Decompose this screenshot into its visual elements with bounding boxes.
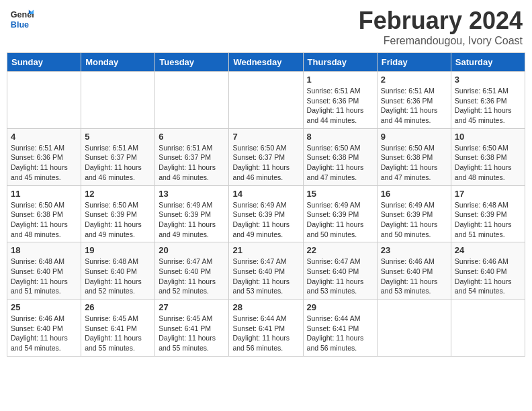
day-info: Sunrise: 6:49 AMSunset: 6:39 PMDaylight:…: [159, 200, 225, 240]
day-number: 13: [159, 189, 225, 199]
day-info: Sunrise: 6:51 AMSunset: 6:36 PMDaylight:…: [307, 86, 373, 126]
day-info: Sunrise: 6:47 AMSunset: 6:40 PMDaylight:…: [159, 257, 225, 296]
day-info: Sunrise: 6:51 AMSunset: 6:36 PMDaylight:…: [11, 143, 77, 183]
day-info: Sunrise: 6:49 AMSunset: 6:39 PMDaylight:…: [381, 200, 447, 240]
day-info: Sunrise: 6:51 AMSunset: 6:36 PMDaylight:…: [455, 86, 521, 126]
day-info: Sunrise: 6:47 AMSunset: 6:40 PMDaylight:…: [307, 257, 373, 296]
day-number: 26: [85, 302, 151, 312]
day-number: 3: [455, 75, 521, 85]
day-number: 6: [159, 132, 225, 142]
day-number: 11: [11, 189, 77, 199]
weekday-header-sunday: Sunday: [7, 53, 81, 72]
day-info: Sunrise: 6:45 AMSunset: 6:41 PMDaylight:…: [85, 314, 151, 353]
calendar-cell: 21Sunrise: 6:47 AMSunset: 6:40 PMDayligh…: [229, 242, 303, 300]
calendar-cell: 16Sunrise: 6:49 AMSunset: 6:39 PMDayligh…: [377, 185, 451, 242]
weekday-header-thursday: Thursday: [303, 53, 377, 72]
calendar-week-3: 11Sunrise: 6:50 AMSunset: 6:38 PMDayligh…: [7, 185, 525, 242]
calendar-cell: 23Sunrise: 6:46 AMSunset: 6:40 PMDayligh…: [377, 242, 451, 300]
title-area: February 2024 Feremandougou, Ivory Coast: [359, 7, 523, 47]
calendar-week-2: 4Sunrise: 6:51 AMSunset: 6:36 PMDaylight…: [7, 128, 525, 185]
calendar-week-1: 1Sunrise: 6:51 AMSunset: 6:36 PMDaylight…: [7, 72, 525, 129]
weekday-header-row: SundayMondayTuesdayWednesdayThursdayFrid…: [7, 53, 525, 72]
day-number: 29: [307, 302, 373, 312]
day-info: Sunrise: 6:50 AMSunset: 6:37 PMDaylight:…: [232, 143, 299, 183]
day-number: 19: [85, 245, 151, 255]
calendar-cell: 29Sunrise: 6:44 AMSunset: 6:41 PMDayligh…: [303, 300, 377, 357]
calendar-cell: 1Sunrise: 6:51 AMSunset: 6:36 PMDaylight…: [303, 72, 377, 129]
weekday-header-monday: Monday: [81, 53, 155, 72]
calendar-cell: 8Sunrise: 6:50 AMSunset: 6:38 PMDaylight…: [303, 128, 377, 185]
location-title: Feremandougou, Ivory Coast: [359, 35, 523, 47]
day-number: 23: [381, 245, 447, 255]
day-number: 22: [307, 245, 373, 255]
day-number: 15: [307, 189, 373, 199]
day-info: Sunrise: 6:46 AMSunset: 6:40 PMDaylight:…: [381, 257, 447, 296]
calendar-cell: 26Sunrise: 6:45 AMSunset: 6:41 PMDayligh…: [81, 300, 155, 357]
calendar-cell: 9Sunrise: 6:50 AMSunset: 6:38 PMDaylight…: [377, 128, 451, 185]
day-number: 14: [232, 189, 299, 199]
calendar-cell: 20Sunrise: 6:47 AMSunset: 6:40 PMDayligh…: [155, 242, 229, 300]
calendar-cell: 7Sunrise: 6:50 AMSunset: 6:37 PMDaylight…: [229, 128, 303, 185]
day-info: Sunrise: 6:49 AMSunset: 6:39 PMDaylight:…: [232, 200, 299, 240]
day-number: 8: [307, 132, 373, 142]
calendar-cell: 4Sunrise: 6:51 AMSunset: 6:36 PMDaylight…: [7, 128, 81, 185]
calendar-cell: 14Sunrise: 6:49 AMSunset: 6:39 PMDayligh…: [229, 185, 303, 242]
weekday-header-saturday: Saturday: [451, 53, 525, 72]
calendar-cell: 15Sunrise: 6:49 AMSunset: 6:39 PMDayligh…: [303, 185, 377, 242]
day-info: Sunrise: 6:51 AMSunset: 6:36 PMDaylight:…: [381, 86, 447, 126]
day-info: Sunrise: 6:44 AMSunset: 6:41 PMDaylight:…: [307, 314, 373, 353]
calendar-cell: [229, 72, 303, 129]
calendar-cell: 22Sunrise: 6:47 AMSunset: 6:40 PMDayligh…: [303, 242, 377, 300]
calendar-cell: 25Sunrise: 6:46 AMSunset: 6:40 PMDayligh…: [7, 300, 81, 357]
calendar-cell: 28Sunrise: 6:44 AMSunset: 6:41 PMDayligh…: [229, 300, 303, 357]
calendar-week-4: 18Sunrise: 6:48 AMSunset: 6:40 PMDayligh…: [7, 242, 525, 300]
day-number: 20: [159, 245, 225, 255]
day-info: Sunrise: 6:50 AMSunset: 6:38 PMDaylight:…: [307, 143, 373, 183]
day-number: 27: [159, 302, 225, 312]
day-number: 7: [232, 132, 299, 142]
calendar-cell: [451, 300, 525, 357]
day-info: Sunrise: 6:46 AMSunset: 6:40 PMDaylight:…: [455, 257, 521, 296]
calendar-cell: 10Sunrise: 6:50 AMSunset: 6:38 PMDayligh…: [451, 128, 525, 185]
calendar-cell: 13Sunrise: 6:49 AMSunset: 6:39 PMDayligh…: [155, 185, 229, 242]
weekday-header-friday: Friday: [377, 53, 451, 72]
day-number: 4: [11, 132, 77, 142]
calendar-cell: 6Sunrise: 6:51 AMSunset: 6:37 PMDaylight…: [155, 128, 229, 185]
calendar-cell: 11Sunrise: 6:50 AMSunset: 6:38 PMDayligh…: [7, 185, 81, 242]
day-info: Sunrise: 6:50 AMSunset: 6:38 PMDaylight:…: [381, 143, 447, 183]
day-info: Sunrise: 6:48 AMSunset: 6:39 PMDaylight:…: [455, 200, 521, 240]
calendar-week-5: 25Sunrise: 6:46 AMSunset: 6:40 PMDayligh…: [7, 300, 525, 357]
day-info: Sunrise: 6:48 AMSunset: 6:40 PMDaylight:…: [11, 257, 77, 296]
day-number: 21: [232, 245, 299, 255]
day-number: 17: [455, 189, 521, 199]
logo: General Blue: [9, 7, 34, 31]
calendar-cell: [7, 72, 81, 129]
day-info: Sunrise: 6:46 AMSunset: 6:40 PMDaylight:…: [11, 314, 77, 353]
day-number: 2: [381, 75, 447, 85]
calendar-cell: 3Sunrise: 6:51 AMSunset: 6:36 PMDaylight…: [451, 72, 525, 129]
calendar-cell: 12Sunrise: 6:50 AMSunset: 6:39 PMDayligh…: [81, 185, 155, 242]
day-number: 9: [381, 132, 447, 142]
calendar-cell: 27Sunrise: 6:45 AMSunset: 6:41 PMDayligh…: [155, 300, 229, 357]
day-number: 12: [85, 189, 151, 199]
day-number: 5: [85, 132, 151, 142]
calendar-cell: 5Sunrise: 6:51 AMSunset: 6:37 PMDaylight…: [81, 128, 155, 185]
day-info: Sunrise: 6:48 AMSunset: 6:40 PMDaylight:…: [85, 257, 151, 296]
page-header: General Blue February 2024 Feremandougou…: [7, 7, 525, 47]
day-info: Sunrise: 6:50 AMSunset: 6:38 PMDaylight:…: [455, 143, 521, 183]
calendar-cell: 24Sunrise: 6:46 AMSunset: 6:40 PMDayligh…: [451, 242, 525, 300]
day-number: 18: [11, 245, 77, 255]
logo-icon: General Blue: [9, 7, 34, 31]
calendar-table: SundayMondayTuesdayWednesdayThursdayFrid…: [7, 52, 525, 357]
day-number: 10: [455, 132, 521, 142]
calendar-cell: 2Sunrise: 6:51 AMSunset: 6:36 PMDaylight…: [377, 72, 451, 129]
day-info: Sunrise: 6:47 AMSunset: 6:40 PMDaylight:…: [232, 257, 299, 296]
day-info: Sunrise: 6:45 AMSunset: 6:41 PMDaylight:…: [159, 314, 225, 353]
day-info: Sunrise: 6:50 AMSunset: 6:38 PMDaylight:…: [11, 200, 77, 240]
day-number: 24: [455, 245, 521, 255]
day-info: Sunrise: 6:49 AMSunset: 6:39 PMDaylight:…: [307, 200, 373, 240]
day-info: Sunrise: 6:51 AMSunset: 6:37 PMDaylight:…: [85, 143, 151, 183]
day-info: Sunrise: 6:51 AMSunset: 6:37 PMDaylight:…: [159, 143, 225, 183]
calendar-cell: 19Sunrise: 6:48 AMSunset: 6:40 PMDayligh…: [81, 242, 155, 300]
calendar-cell: [155, 72, 229, 129]
